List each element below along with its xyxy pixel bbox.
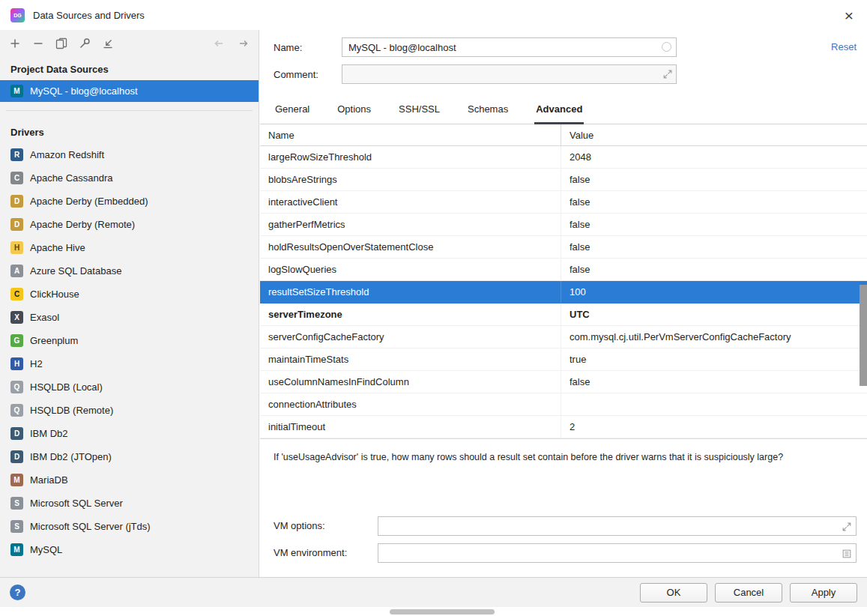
app-icon: DG: [10, 8, 25, 22]
table-row-blobsAreStrings[interactable]: blobsAreStringsfalse: [260, 169, 867, 191]
driver-label: Apache Derby (Remote): [30, 219, 135, 230]
vm-environment-label: VM environment:: [274, 547, 378, 558]
sidebar-toolbar: [0, 30, 259, 57]
column-header-name[interactable]: Name: [260, 124, 561, 145]
driver-label: HSQLDB (Remote): [30, 405, 113, 416]
driver-item-clickhouse[interactable]: CClickHouse: [0, 283, 259, 306]
close-icon[interactable]: ×: [842, 6, 857, 25]
mariadb-icon: M: [10, 474, 23, 486]
name-input[interactable]: [342, 37, 677, 57]
table-row-logSlowQueries[interactable]: logSlowQueriesfalse: [260, 259, 867, 281]
mysql-icon: M: [10, 85, 23, 97]
driver-item-apache-cassandra[interactable]: CApache Cassandra: [0, 166, 259, 190]
driver-item-hsqldb[interactable]: QHSQLDB (Local): [0, 375, 259, 399]
advanced-table: Name Value largeRowSizeThreshold2048blob…: [260, 124, 867, 438]
driver-label: ClickHouse: [30, 289, 79, 300]
mssql-icon: S: [10, 520, 23, 533]
driver-item-mssql[interactable]: SMicrosoft SQL Server (jTds): [0, 515, 259, 538]
driver-item-amazon-redshift[interactable]: RAmazon Redshift: [0, 143, 259, 166]
driver-item-mariadb[interactable]: MMariaDB: [0, 468, 259, 492]
table-row-holdResultsOpenOverStatementClose[interactable]: holdResultsOpenOverStatementClosefalse: [260, 236, 867, 259]
horizontal-scrollbar-thumb[interactable]: [390, 609, 495, 615]
table-row-maintainTimeStats[interactable]: maintainTimeStatstrue: [260, 348, 867, 371]
sidebar: Project Data Sources M MySQL - blog@loca…: [0, 30, 259, 577]
name-label: Name:: [274, 42, 342, 53]
hsqldb-icon: Q: [10, 404, 23, 417]
footer-buttons: OK Cancel Apply: [640, 583, 857, 603]
driver-label: Greenplum: [30, 335, 78, 346]
cell-property-name: initialTimeout: [260, 416, 561, 438]
cell-property-value: UTC: [561, 304, 867, 325]
expand-icon[interactable]: [842, 522, 852, 532]
tab-schemas[interactable]: Schemas: [466, 103, 510, 124]
column-header-value[interactable]: Value: [561, 124, 867, 145]
import-icon[interactable]: [102, 37, 114, 49]
tab-advanced[interactable]: Advanced: [534, 103, 584, 124]
driver-item-mysql[interactable]: MMySQL: [0, 538, 259, 561]
table-row-largeRowSizeThreshold[interactable]: largeRowSizeThreshold2048: [260, 146, 867, 169]
table-row-initialTimeout[interactable]: initialTimeout2: [260, 416, 867, 438]
vertical-scrollbar-thumb[interactable]: [860, 285, 867, 386]
data-source-form: Name: Comment: Reset: [260, 30, 867, 84]
comment-input[interactable]: [342, 64, 677, 84]
table-row-gatherPerfMetrics[interactable]: gatherPerfMetricsfalse: [260, 214, 867, 236]
ok-button[interactable]: OK: [640, 583, 707, 603]
cell-property-value: com.mysql.cj.util.PerVmServerConfigCache…: [561, 326, 867, 348]
apache-derby-icon: D: [10, 218, 23, 231]
list-icon[interactable]: [842, 549, 852, 559]
help-icon[interactable]: ?: [10, 585, 25, 600]
comment-row: Comment:: [274, 64, 867, 84]
tab-general[interactable]: General: [274, 103, 311, 124]
cell-property-value: 2048: [561, 146, 867, 168]
driver-item-hsqldb[interactable]: QHSQLDB (Remote): [0, 399, 259, 422]
driver-item-apache-hive[interactable]: HApache Hive: [0, 236, 259, 259]
driver-item-azure-sql[interactable]: AAzure SQL Database: [0, 259, 259, 283]
driver-item-ibm-db2[interactable]: DIBM Db2 (JTOpen): [0, 445, 259, 468]
table-row-connectionAttributes[interactable]: connectionAttributes: [260, 393, 867, 416]
driver-item-ibm-db2[interactable]: DIBM Db2: [0, 422, 259, 445]
exasol-icon: X: [10, 311, 23, 324]
data-source-item-mysql-blog-localhost[interactable]: M MySQL - blog@localhost: [0, 80, 259, 102]
tab-sshssl[interactable]: SSH/SSL: [397, 103, 441, 124]
add-icon[interactable]: [9, 37, 21, 49]
back-icon[interactable]: [213, 37, 225, 49]
name-input-wrap: [342, 37, 677, 57]
table-row-interactiveClient[interactable]: interactiveClientfalse: [260, 191, 867, 214]
driver-item-h2[interactable]: HH2: [0, 352, 259, 375]
driver-label: Microsoft SQL Server: [30, 498, 123, 509]
tab-options[interactable]: Options: [336, 103, 372, 124]
wrench-icon[interactable]: [79, 37, 91, 49]
cancel-button[interactable]: Cancel: [715, 583, 782, 603]
apache-cassandra-icon: C: [10, 172, 23, 184]
table-header: Name Value: [260, 124, 867, 146]
driver-label: Apache Hive: [30, 242, 85, 253]
copy-icon[interactable]: [55, 37, 67, 49]
table-row-serverConfigCacheFactory[interactable]: serverConfigCacheFactorycom.mysql.cj.uti…: [260, 326, 867, 348]
forward-icon[interactable]: [238, 37, 250, 49]
remove-icon[interactable]: [32, 37, 44, 49]
table-row-resultSetSizeThreshold[interactable]: resultSetSizeThreshold100: [260, 281, 867, 304]
driver-item-apache-derby[interactable]: DApache Derby (Embedded): [0, 190, 259, 213]
cell-property-name: logSlowQueries: [260, 259, 561, 280]
table-row-useColumnNamesInFindColumn[interactable]: useColumnNamesInFindColumnfalse: [260, 371, 867, 393]
cell-property-value: false: [561, 214, 867, 235]
expand-icon[interactable]: [662, 69, 673, 79]
driver-item-mssql[interactable]: SMicrosoft SQL Server: [0, 492, 259, 515]
drivers-header: Drivers: [0, 111, 259, 143]
cell-property-value: false: [561, 259, 867, 280]
cell-property-name: gatherPerfMetrics: [260, 214, 561, 235]
vm-environment-input[interactable]: [378, 544, 856, 562]
cell-property-name: blobsAreStrings: [260, 169, 561, 190]
vm-options-row: VM options:: [274, 516, 857, 536]
driver-item-apache-derby[interactable]: DApache Derby (Remote): [0, 213, 259, 236]
table-row-serverTimezone[interactable]: serverTimezoneUTC: [260, 304, 867, 326]
driver-item-exasol[interactable]: XExasol: [0, 306, 259, 329]
vm-options-input[interactable]: [378, 517, 856, 535]
driver-label: Amazon Redshift: [30, 149, 104, 160]
reset-link[interactable]: Reset: [831, 41, 857, 52]
driver-item-greenplum[interactable]: GGreenplum: [0, 329, 259, 352]
apply-button[interactable]: Apply: [790, 583, 857, 603]
vm-options-label: VM options:: [274, 520, 378, 531]
property-description: If 'useUsageAdvisor' is true, how many r…: [260, 438, 867, 463]
amazon-redshift-icon: R: [10, 148, 23, 161]
